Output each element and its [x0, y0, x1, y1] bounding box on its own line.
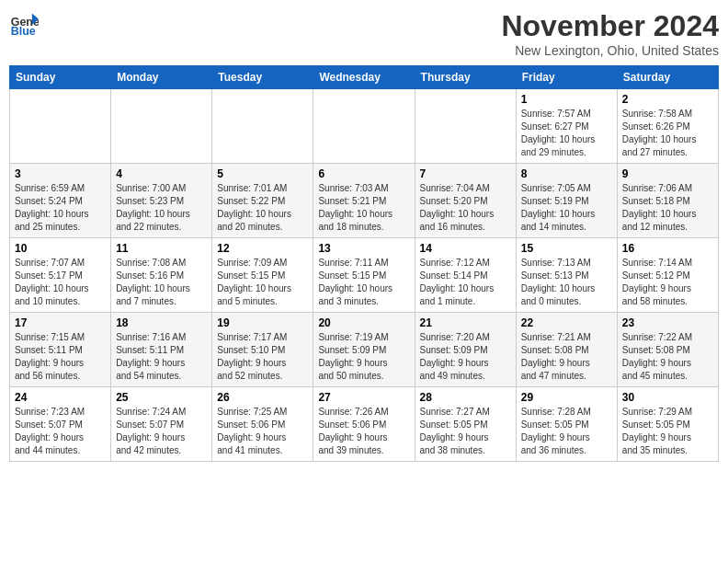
calendar-body: 1Sunrise: 7:57 AM Sunset: 6:27 PM Daylig… — [10, 89, 719, 462]
day-number: 3 — [15, 167, 106, 180]
week-row: 1Sunrise: 7:57 AM Sunset: 6:27 PM Daylig… — [10, 89, 719, 164]
day-info: Sunrise: 7:16 AM Sunset: 5:11 PM Dayligh… — [116, 331, 207, 383]
day-number: 17 — [15, 316, 106, 329]
day-number: 23 — [622, 316, 713, 329]
day-info: Sunrise: 7:28 AM Sunset: 5:05 PM Dayligh… — [521, 406, 612, 457]
week-row: 10Sunrise: 7:07 AM Sunset: 5:17 PM Dayli… — [10, 238, 719, 313]
day-number: 29 — [521, 391, 612, 404]
day-number: 12 — [217, 242, 308, 255]
calendar-cell: 13Sunrise: 7:11 AM Sunset: 5:15 PM Dayli… — [313, 238, 415, 313]
week-row: 17Sunrise: 7:15 AM Sunset: 5:11 PM Dayli… — [10, 313, 719, 387]
logo-icon: General Blue — [9, 9, 39, 39]
day-number: 16 — [622, 242, 713, 255]
month-title: November 2024 — [501, 9, 719, 43]
calendar-cell: 4Sunrise: 7:00 AM Sunset: 5:23 PM Daylig… — [111, 164, 212, 238]
header: General Blue November 2024 New Lexington… — [9, 9, 719, 58]
day-number: 20 — [318, 316, 409, 329]
day-number: 25 — [116, 391, 207, 404]
day-info: Sunrise: 7:22 AM Sunset: 5:08 PM Dayligh… — [622, 331, 713, 383]
calendar-cell — [111, 89, 212, 164]
day-info: Sunrise: 7:03 AM Sunset: 5:21 PM Dayligh… — [318, 182, 409, 234]
calendar-cell: 8Sunrise: 7:05 AM Sunset: 5:19 PM Daylig… — [516, 164, 617, 238]
day-header-wednesday: Wednesday — [313, 66, 415, 89]
day-info: Sunrise: 7:17 AM Sunset: 5:10 PM Dayligh… — [217, 331, 308, 383]
day-info: Sunrise: 7:04 AM Sunset: 5:20 PM Dayligh… — [420, 182, 511, 234]
calendar-table: SundayMondayTuesdayWednesdayThursdayFrid… — [9, 65, 719, 462]
day-number: 4 — [116, 167, 207, 180]
day-info: Sunrise: 7:15 AM Sunset: 5:11 PM Dayligh… — [15, 331, 106, 383]
day-info: Sunrise: 7:27 AM Sunset: 5:05 PM Dayligh… — [420, 406, 511, 457]
day-info: Sunrise: 7:26 AM Sunset: 5:06 PM Dayligh… — [318, 406, 409, 457]
calendar-cell: 30Sunrise: 7:29 AM Sunset: 5:05 PM Dayli… — [617, 387, 718, 462]
day-header-sunday: Sunday — [10, 66, 111, 89]
calendar-cell: 22Sunrise: 7:21 AM Sunset: 5:08 PM Dayli… — [516, 313, 617, 387]
calendar-cell: 27Sunrise: 7:26 AM Sunset: 5:06 PM Dayli… — [313, 387, 415, 462]
calendar-cell: 6Sunrise: 7:03 AM Sunset: 5:21 PM Daylig… — [313, 164, 415, 238]
day-number: 7 — [420, 167, 511, 180]
day-info: Sunrise: 7:08 AM Sunset: 5:16 PM Dayligh… — [116, 257, 207, 308]
day-header-tuesday: Tuesday — [212, 66, 313, 89]
calendar-cell: 18Sunrise: 7:16 AM Sunset: 5:11 PM Dayli… — [111, 313, 212, 387]
logo: General Blue — [9, 9, 39, 39]
day-header-thursday: Thursday — [415, 66, 516, 89]
calendar-cell: 11Sunrise: 7:08 AM Sunset: 5:16 PM Dayli… — [111, 238, 212, 313]
day-number: 19 — [217, 316, 308, 329]
day-number: 24 — [15, 391, 106, 404]
calendar-header-row: SundayMondayTuesdayWednesdayThursdayFrid… — [10, 66, 719, 89]
calendar-cell — [10, 89, 111, 164]
day-info: Sunrise: 7:09 AM Sunset: 5:15 PM Dayligh… — [217, 257, 308, 308]
day-number: 15 — [521, 242, 612, 255]
calendar-cell — [313, 89, 415, 164]
day-number: 11 — [116, 242, 207, 255]
day-number: 26 — [217, 391, 308, 404]
day-number: 22 — [521, 316, 612, 329]
calendar-cell: 14Sunrise: 7:12 AM Sunset: 5:14 PM Dayli… — [415, 238, 516, 313]
day-info: Sunrise: 7:06 AM Sunset: 5:18 PM Dayligh… — [622, 182, 713, 234]
calendar-cell: 3Sunrise: 6:59 AM Sunset: 5:24 PM Daylig… — [10, 164, 111, 238]
day-info: Sunrise: 7:23 AM Sunset: 5:07 PM Dayligh… — [15, 406, 106, 457]
calendar-cell: 21Sunrise: 7:20 AM Sunset: 5:09 PM Dayli… — [415, 313, 516, 387]
calendar-cell: 23Sunrise: 7:22 AM Sunset: 5:08 PM Dayli… — [617, 313, 718, 387]
day-info: Sunrise: 6:59 AM Sunset: 5:24 PM Dayligh… — [15, 182, 106, 234]
day-number: 6 — [318, 167, 409, 180]
day-info: Sunrise: 7:14 AM Sunset: 5:12 PM Dayligh… — [622, 257, 713, 308]
calendar-cell: 15Sunrise: 7:13 AM Sunset: 5:13 PM Dayli… — [516, 238, 617, 313]
calendar-cell: 26Sunrise: 7:25 AM Sunset: 5:06 PM Dayli… — [212, 387, 313, 462]
calendar-cell: 24Sunrise: 7:23 AM Sunset: 5:07 PM Dayli… — [10, 387, 111, 462]
calendar-cell: 19Sunrise: 7:17 AM Sunset: 5:10 PM Dayli… — [212, 313, 313, 387]
day-number: 13 — [318, 242, 409, 255]
calendar-cell: 29Sunrise: 7:28 AM Sunset: 5:05 PM Dayli… — [516, 387, 617, 462]
calendar-cell — [415, 89, 516, 164]
day-number: 2 — [622, 93, 713, 106]
week-row: 24Sunrise: 7:23 AM Sunset: 5:07 PM Dayli… — [10, 387, 719, 462]
calendar-cell: 25Sunrise: 7:24 AM Sunset: 5:07 PM Dayli… — [111, 387, 212, 462]
day-info: Sunrise: 7:00 AM Sunset: 5:23 PM Dayligh… — [116, 182, 207, 234]
calendar-cell: 10Sunrise: 7:07 AM Sunset: 5:17 PM Dayli… — [10, 238, 111, 313]
week-row: 3Sunrise: 6:59 AM Sunset: 5:24 PM Daylig… — [10, 164, 719, 238]
location: New Lexington, Ohio, United States — [501, 43, 719, 58]
day-info: Sunrise: 7:12 AM Sunset: 5:14 PM Dayligh… — [420, 257, 511, 308]
day-number: 28 — [420, 391, 511, 404]
title-area: November 2024 New Lexington, Ohio, Unite… — [501, 9, 719, 58]
day-number: 21 — [420, 316, 511, 329]
calendar-cell: 1Sunrise: 7:57 AM Sunset: 6:27 PM Daylig… — [516, 89, 617, 164]
day-number: 27 — [318, 391, 409, 404]
day-number: 30 — [622, 391, 713, 404]
day-info: Sunrise: 7:57 AM Sunset: 6:27 PM Dayligh… — [521, 108, 612, 159]
day-header-saturday: Saturday — [617, 66, 718, 89]
day-info: Sunrise: 7:19 AM Sunset: 5:09 PM Dayligh… — [318, 331, 409, 383]
calendar-cell: 20Sunrise: 7:19 AM Sunset: 5:09 PM Dayli… — [313, 313, 415, 387]
day-info: Sunrise: 7:01 AM Sunset: 5:22 PM Dayligh… — [217, 182, 308, 234]
day-info: Sunrise: 7:25 AM Sunset: 5:06 PM Dayligh… — [217, 406, 308, 457]
day-number: 9 — [622, 167, 713, 180]
day-info: Sunrise: 7:05 AM Sunset: 5:19 PM Dayligh… — [521, 182, 612, 234]
calendar-cell: 7Sunrise: 7:04 AM Sunset: 5:20 PM Daylig… — [415, 164, 516, 238]
day-info: Sunrise: 7:21 AM Sunset: 5:08 PM Dayligh… — [521, 331, 612, 383]
calendar-cell: 28Sunrise: 7:27 AM Sunset: 5:05 PM Dayli… — [415, 387, 516, 462]
calendar-cell: 9Sunrise: 7:06 AM Sunset: 5:18 PM Daylig… — [617, 164, 718, 238]
day-number: 18 — [116, 316, 207, 329]
day-info: Sunrise: 7:13 AM Sunset: 5:13 PM Dayligh… — [521, 257, 612, 308]
day-number: 1 — [521, 93, 612, 106]
calendar-cell: 12Sunrise: 7:09 AM Sunset: 5:15 PM Dayli… — [212, 238, 313, 313]
day-info: Sunrise: 7:11 AM Sunset: 5:15 PM Dayligh… — [318, 257, 409, 308]
